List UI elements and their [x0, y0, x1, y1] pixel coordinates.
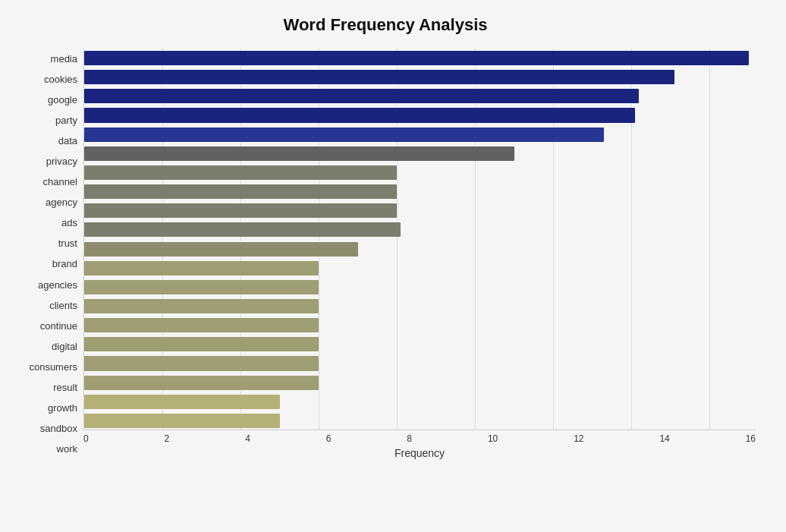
y-label: digital [52, 342, 77, 351]
x-tick: 14 [659, 433, 669, 444]
bar-row [84, 127, 756, 142]
x-tick: 2 [165, 433, 170, 444]
bar-google [84, 89, 639, 103]
y-label: continue [40, 321, 77, 331]
chart-area: mediacookiesgooglepartydataprivacychanne… [15, 49, 756, 459]
bar-row [84, 242, 756, 257]
bar-row [84, 376, 756, 390]
bar-ads [84, 203, 397, 218]
bar-row [84, 280, 756, 294]
bar-row [84, 414, 756, 428]
grid-line [553, 49, 554, 430]
bar-row [84, 318, 756, 332]
y-label: agency [46, 197, 77, 207]
bar-growth [84, 376, 319, 390]
grid-line [475, 49, 476, 430]
y-label: brand [52, 259, 77, 269]
bar-continue [84, 299, 319, 313]
x-tick: 10 [488, 433, 498, 444]
bar-row [84, 395, 756, 409]
bar-row [84, 203, 756, 218]
y-label: result [53, 382, 77, 392]
y-label: sandbox [40, 423, 77, 433]
bar-row [84, 261, 756, 275]
y-label: privacy [46, 156, 77, 166]
grid-line [241, 49, 241, 430]
x-tick: 16 [746, 433, 756, 444]
bar-row [84, 89, 756, 103]
y-label: clients [49, 301, 77, 310]
bar-consumers [84, 337, 319, 351]
y-label: agencies [38, 280, 77, 290]
bar-row [84, 146, 756, 161]
bar-row [84, 165, 756, 180]
grid-line [162, 49, 163, 430]
x-tick: 0 [83, 433, 89, 444]
chart-container: Word Frequency Analysis mediacookiesgoog… [0, 0, 786, 532]
y-label: party [55, 115, 77, 125]
y-label: trust [58, 238, 77, 248]
grid-line [397, 49, 398, 430]
bar-row [84, 51, 756, 65]
bar-row [84, 184, 756, 199]
bar-cookies [84, 70, 674, 84]
bar-sandbox [84, 395, 280, 409]
bar-result [84, 356, 319, 370]
bar-row [84, 356, 756, 370]
bar-media [84, 51, 749, 65]
grid-line [319, 49, 319, 430]
bar-digital [84, 318, 319, 332]
bars-and-xaxis: 0246810121416 Frequency [83, 49, 756, 459]
grid-line [709, 49, 710, 430]
x-tick: 8 [407, 433, 412, 444]
y-label: channel [42, 177, 77, 187]
bar-row [84, 222, 756, 237]
bar-row [84, 108, 756, 122]
bar-channel [84, 165, 397, 180]
y-label: data [58, 136, 77, 146]
x-axis: 0246810121416 [83, 430, 756, 444]
bar-row [84, 70, 756, 84]
x-tick: 4 [245, 433, 250, 444]
y-label: media [51, 54, 77, 64]
x-axis-label: Frequency [83, 447, 756, 459]
x-tick: 12 [574, 433, 583, 444]
y-label: cookies [44, 74, 77, 84]
bar-clients [84, 280, 319, 294]
bar-trust [84, 222, 401, 237]
bar-data [84, 127, 604, 142]
y-label: consumers [29, 362, 77, 372]
grid-line [631, 49, 632, 430]
bar-privacy [84, 146, 514, 161]
bar-agencies [84, 261, 319, 275]
bar-row [84, 337, 756, 351]
bar-brand [84, 242, 358, 257]
y-label: google [48, 95, 77, 105]
bar-work [84, 414, 280, 428]
y-axis: mediacookiesgooglepartydataprivacychanne… [15, 49, 83, 459]
bar-agency [84, 184, 397, 199]
y-label: ads [61, 218, 77, 228]
x-tick: 6 [326, 433, 332, 444]
y-label: work [57, 444, 77, 454]
bar-party [84, 108, 635, 122]
chart-title: Word Frequency Analysis [15, 15, 756, 35]
bar-row [84, 299, 756, 313]
y-label: growth [48, 403, 77, 413]
bars-area [83, 49, 756, 430]
